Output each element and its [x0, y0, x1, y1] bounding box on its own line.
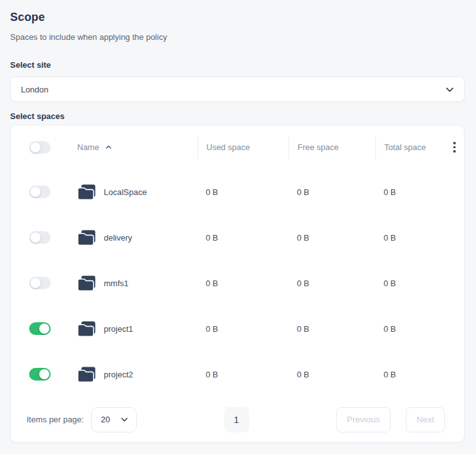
items-per-page-value: 20 [101, 415, 110, 424]
page-title: Scope [10, 11, 465, 23]
used-space-value: 0 B [197, 362, 289, 386]
table-row: project2 0 B 0 B 0 B [11, 351, 464, 397]
toggle-knob [30, 142, 41, 153]
folder-icon [77, 366, 96, 383]
table-row: delivery 0 B 0 B 0 B [11, 215, 464, 260]
space-name: mmfs1 [104, 279, 128, 288]
page-subtitle: Spaces to include when applying the poli… [10, 32, 465, 42]
total-space-value: 0 B [375, 362, 448, 386]
row-toggle[interactable] [29, 322, 51, 335]
items-per-page-label: Items per page: [27, 415, 84, 424]
row-toggle[interactable] [29, 277, 51, 289]
page-number-button[interactable]: 1 [224, 407, 249, 432]
folder-icon [77, 275, 96, 292]
used-space-value: 0 B [197, 225, 289, 249]
free-space-value: 0 B [289, 180, 375, 204]
folder-icon [77, 229, 96, 246]
space-name: delivery [104, 233, 132, 243]
select-all-cell [29, 141, 77, 154]
select-all-toggle[interactable] [29, 141, 51, 154]
table-row: project1 0 B 0 B 0 B [11, 306, 464, 351]
total-space-value: 0 B [375, 271, 448, 295]
chevron-down-icon [445, 85, 454, 94]
space-name: project2 [104, 370, 133, 379]
table-footer: Items per page: 20 1 Previous Next [11, 397, 464, 442]
space-name: project1 [104, 324, 133, 334]
table-row: LocalSpace 0 B 0 B 0 B [11, 169, 464, 215]
chevron-up-icon [105, 144, 112, 151]
column-header-total: Total space [375, 136, 448, 160]
page-number-area: 1 [144, 407, 328, 432]
used-space-value: 0 B [197, 180, 289, 204]
table-row: mmfs1 0 B 0 B 0 B [11, 260, 464, 306]
space-name: LocalSpace [104, 187, 147, 197]
free-space-value: 0 B [289, 362, 375, 386]
free-space-value: 0 B [289, 317, 375, 341]
toggle-knob [39, 369, 49, 379]
total-space-value: 0 B [375, 225, 448, 249]
site-select-value: London [21, 85, 48, 94]
folder-icon [77, 320, 96, 337]
toggle-knob [30, 278, 41, 288]
next-button[interactable]: Next [406, 407, 445, 432]
site-select[interactable]: London [10, 77, 465, 102]
toggle-knob [39, 324, 49, 334]
toggle-knob [30, 232, 41, 243]
select-site-label: Select site [10, 61, 465, 69]
row-toggle[interactable] [29, 231, 51, 244]
free-space-value: 0 B [289, 271, 375, 295]
column-header-used: Used space [197, 136, 289, 160]
row-toggle[interactable] [29, 186, 51, 198]
column-header-name[interactable]: Name [77, 142, 197, 152]
row-toggle[interactable] [29, 368, 51, 381]
chevron-down-icon [120, 415, 128, 424]
select-spaces-label: Select spaces [10, 112, 465, 120]
spaces-table: Name Used space Free space Total space L… [10, 125, 465, 443]
scope-page: Scope Spaces to include when applying th… [0, 11, 476, 443]
total-space-value: 0 B [375, 180, 448, 204]
table-header: Name Used space Free space Total space [11, 125, 464, 169]
kebab-menu-icon[interactable] [449, 141, 460, 154]
previous-button[interactable]: Previous [336, 407, 391, 432]
used-space-value: 0 B [197, 317, 289, 341]
toggle-knob [30, 187, 41, 197]
used-space-value: 0 B [197, 271, 289, 295]
free-space-value: 0 B [289, 225, 375, 249]
pager-buttons: Previous Next [336, 407, 445, 432]
column-header-free: Free space [289, 136, 375, 160]
total-space-value: 0 B [375, 317, 448, 341]
folder-icon [77, 184, 96, 201]
column-options-cell [448, 141, 464, 154]
items-per-page-select[interactable]: 20 [91, 407, 137, 432]
